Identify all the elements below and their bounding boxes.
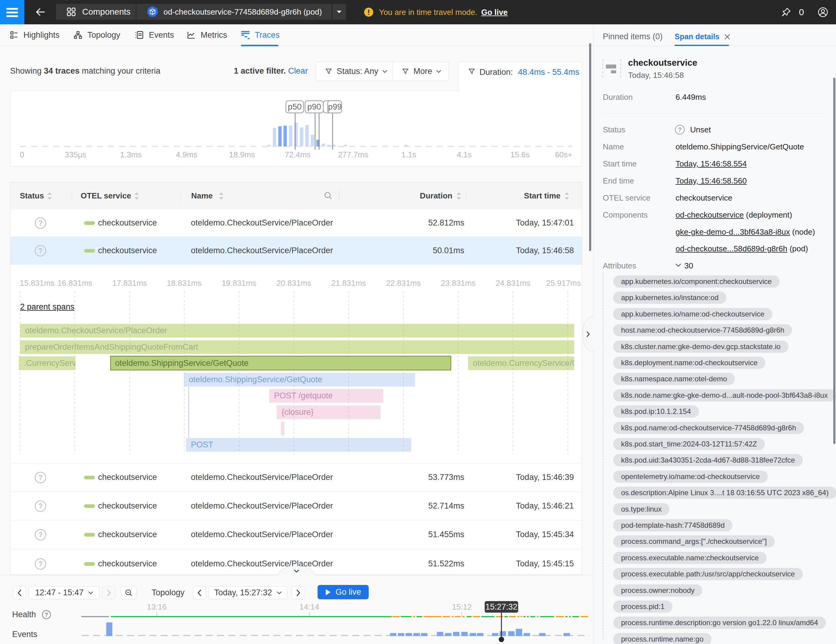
svg-text:277.7ms: 277.7ms — [338, 150, 368, 159]
svg-text:?: ? — [38, 219, 42, 227]
svg-text:p90: p90 — [307, 102, 321, 111]
svg-text:0: 0 — [20, 150, 24, 159]
svg-text:?: ? — [678, 126, 682, 133]
svg-text:?: ? — [38, 531, 42, 539]
svg-text:1.3ms: 1.3ms — [120, 150, 142, 159]
svg-text:15.6s: 15.6s — [510, 150, 530, 159]
svg-text:18.9ms: 18.9ms — [229, 150, 255, 159]
svg-text:4.1s: 4.1s — [457, 150, 472, 159]
svg-text:?: ? — [38, 560, 42, 568]
svg-text:?: ? — [38, 502, 42, 510]
svg-text:1.1s: 1.1s — [401, 150, 416, 159]
svg-text:p99: p99 — [328, 102, 341, 111]
svg-text:?: ? — [38, 247, 42, 255]
svg-text:p50: p50 — [288, 102, 301, 111]
svg-text:?: ? — [38, 474, 42, 481]
svg-text:72.4ms: 72.4ms — [285, 150, 310, 159]
svg-text:60s+: 60s+ — [555, 150, 572, 159]
svg-text:335µs: 335µs — [65, 150, 86, 159]
svg-text:4.9ms: 4.9ms — [176, 150, 198, 159]
